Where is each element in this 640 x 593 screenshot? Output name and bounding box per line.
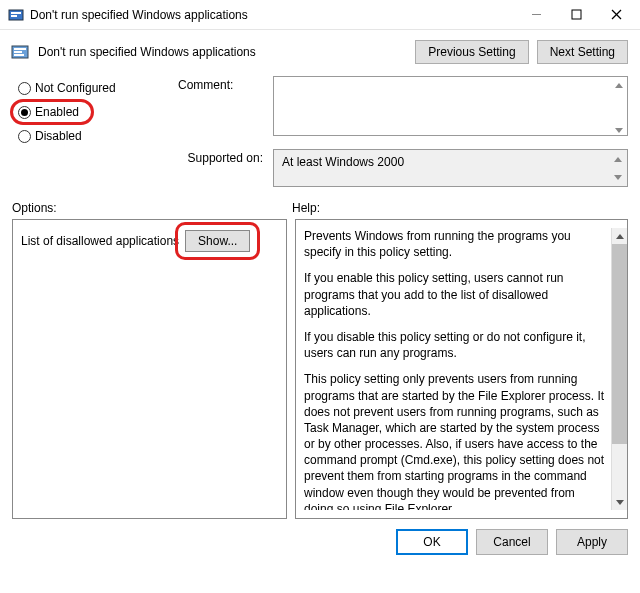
supported-on-label: Supported on: — [178, 149, 263, 165]
scroll-up-icon[interactable] — [612, 228, 627, 244]
scroll-up-icon[interactable] — [611, 152, 625, 166]
maximize-button[interactable] — [556, 1, 596, 29]
help-paragraph: This policy setting only prevents users … — [304, 371, 607, 510]
page-title: Don't run specified Windows applications — [38, 45, 407, 59]
header-row: Don't run specified Windows applications… — [0, 30, 640, 72]
svg-rect-9 — [14, 51, 22, 53]
dialog-footer: OK Cancel Apply — [0, 519, 640, 565]
previous-setting-button[interactable]: Previous Setting — [415, 40, 528, 64]
svg-rect-1 — [11, 12, 21, 14]
supported-on-value: At least Windows 2000 — [273, 149, 628, 187]
upper-panel: Not Configured Enabled Disabled Comment: — [0, 72, 640, 187]
radio-not-configured[interactable]: Not Configured — [16, 76, 166, 100]
cancel-button[interactable]: Cancel — [476, 529, 548, 555]
options-pane: List of disallowed applications Show... — [12, 219, 287, 519]
svg-marker-13 — [614, 157, 622, 162]
help-heading: Help: — [292, 201, 320, 215]
radio-icon — [18, 82, 31, 95]
supported-on-text: At least Windows 2000 — [282, 155, 404, 169]
help-text: Prevents Windows from running the progra… — [304, 228, 611, 510]
options-heading: Options: — [12, 201, 292, 215]
scrollbar[interactable] — [611, 228, 627, 510]
close-button[interactable] — [596, 1, 636, 29]
scroll-up-icon[interactable] — [612, 78, 626, 92]
svg-rect-8 — [14, 48, 26, 50]
apply-button[interactable]: Apply — [556, 529, 628, 555]
section-labels: Options: Help: — [0, 187, 640, 219]
radio-enabled[interactable]: Enabled — [16, 100, 166, 124]
help-paragraph: If you enable this policy setting, users… — [304, 270, 607, 319]
scroll-thumb[interactable] — [612, 244, 627, 444]
radio-icon — [18, 106, 31, 119]
disallowed-list-label: List of disallowed applications — [21, 234, 179, 248]
policy-icon — [10, 42, 30, 62]
svg-marker-16 — [616, 500, 624, 505]
scroll-down-icon[interactable] — [611, 170, 625, 184]
show-button[interactable]: Show... — [185, 230, 250, 252]
policy-icon — [8, 7, 24, 23]
svg-rect-2 — [11, 15, 17, 17]
scroll-track[interactable] — [612, 244, 627, 494]
help-paragraph: If you disable this policy setting or do… — [304, 329, 607, 361]
titlebar: Don't run specified Windows applications — [0, 0, 640, 30]
ok-button[interactable]: OK — [396, 529, 468, 555]
radio-icon — [18, 130, 31, 143]
help-paragraph: Prevents Windows from running the progra… — [304, 228, 607, 260]
svg-marker-14 — [614, 175, 622, 180]
radio-label: Disabled — [35, 129, 82, 143]
radio-label: Not Configured — [35, 81, 116, 95]
svg-rect-4 — [572, 10, 581, 19]
radio-disabled[interactable]: Disabled — [16, 124, 166, 148]
svg-marker-12 — [615, 128, 623, 133]
comment-input[interactable] — [273, 76, 628, 136]
svg-marker-11 — [615, 83, 623, 88]
radio-label: Enabled — [35, 105, 79, 119]
scroll-down-icon[interactable] — [612, 123, 626, 137]
comment-label: Comment: — [178, 76, 263, 92]
minimize-button[interactable] — [516, 1, 556, 29]
radio-group: Not Configured Enabled Disabled — [16, 76, 166, 148]
window-title: Don't run specified Windows applications — [30, 8, 516, 22]
svg-rect-10 — [14, 54, 24, 56]
help-pane: Prevents Windows from running the progra… — [295, 219, 628, 519]
next-setting-button[interactable]: Next Setting — [537, 40, 628, 64]
scroll-down-icon[interactable] — [612, 494, 627, 510]
svg-marker-15 — [616, 234, 624, 239]
